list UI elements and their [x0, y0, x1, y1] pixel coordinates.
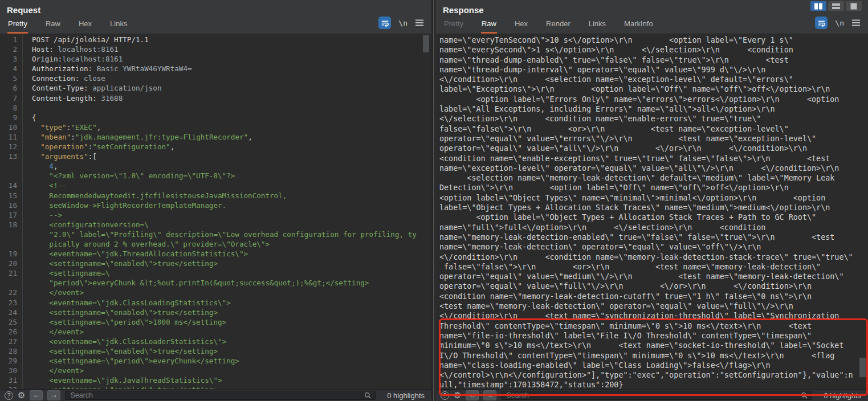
request-code-row: 8	[0, 103, 431, 113]
request-search-field	[65, 391, 376, 400]
search-icon	[364, 392, 372, 399]
request-code-row: 11 "mbean":"jdk.management.jfr:type=Flig…	[0, 132, 431, 142]
response-code-row: name=\"everyTenSecond\">10 s<\/option>\r…	[439, 35, 868, 45]
request-code-row: 28 <settingname=\"enabled\">true</settin…	[0, 346, 431, 356]
request-code-row: 3Origin:localhost:8161	[0, 54, 431, 64]
next-match-button[interactable]: →	[483, 390, 496, 400]
request-header-icons: \n	[378, 17, 424, 29]
request-code-row: 16 seeWindow->FlightRecorderTemplateMana…	[0, 200, 431, 210]
request-code-row: 20 <settingname=\"enabled\">true</settin…	[0, 259, 431, 268]
response-code-row: name=\"everySecond\">1 s<\/option>\r\n <…	[439, 45, 868, 55]
response-code-row: <\/selection>\r\n <condition name=\"enab…	[439, 114, 868, 124]
response-code-row: <selection name=\"memory-leak-detection\…	[439, 173, 868, 183]
request-code-row: 2Host: localhost:8161	[0, 44, 431, 54]
request-code-row: 12 "operation":"setConfiguration",	[0, 142, 431, 152]
request-code-row: 9{	[0, 113, 431, 122]
request-code-row: "2.0\" label=\"Profiling\" description=\…	[0, 230, 431, 239]
response-code-row: name=\"thread-dump-enabled\" true=\"fals…	[439, 55, 868, 65]
response-search-field	[501, 391, 812, 400]
layout-single-icon[interactable]	[846, 1, 862, 11]
request-code-row: 24 <settingname=\"enabled\">true</settin…	[0, 308, 431, 317]
request-code-row: 22 </event>	[0, 288, 431, 297]
tab-raw[interactable]: Raw	[45, 17, 61, 34]
wrap-lines-icon[interactable]	[378, 17, 391, 29]
request-code-row: 1POST /api/jolokia/ HTTP/1.1	[0, 35, 431, 44]
response-code-row: label=\"All Exceptions, including Errors…	[439, 104, 868, 114]
prev-match-button[interactable]: ←	[30, 390, 43, 400]
request-code-row: 17 -->	[0, 210, 431, 220]
response-code-row: I\/O Threshold\" contentType=\"timespan\…	[439, 351, 868, 361]
response-scrollbar-thumb[interactable]	[859, 358, 866, 377]
request-code-row: 14 <!--	[0, 181, 431, 190]
request-code-row: 26 </event>	[0, 327, 431, 337]
layout-buttons	[810, 1, 862, 11]
request-scrollbar-thumb[interactable]	[423, 35, 429, 52]
response-code-row: <\/condition>\r\n <text name=\"synchroni…	[439, 311, 868, 321]
help-icon[interactable]: ?	[5, 391, 13, 400]
request-code-row: 29 <settingname=\"period\">everyChunk</s…	[0, 356, 431, 366]
response-findbar: ? ⚙ ← → 0 highlights	[436, 389, 868, 401]
prev-match-button[interactable]: ←	[466, 390, 479, 400]
request-code-row: 27 <eventname=\"jdk.ClassLoaderStatistic…	[0, 337, 431, 346]
response-code-row: <\/condition>\r\n <condition name=\"memo…	[439, 252, 868, 262]
request-code-row: 23 <eventname=\"jdk.ClassLoadingStatisti…	[0, 298, 431, 308]
tab-markinfo[interactable]: MarkInfo	[624, 17, 654, 34]
next-match-button[interactable]: →	[47, 390, 60, 400]
request-code-row: 18 <configurationversion=\	[0, 220, 431, 230]
menu-icon[interactable]	[415, 19, 424, 26]
response-code-row: label=\"Object Types + Allocation Stack …	[439, 203, 868, 212]
response-code-row: name=\"memory-leak-detection\" operator=…	[439, 242, 868, 252]
response-code-row: operator=\"equal\" value=\"medium\"\/>\r…	[439, 272, 868, 281]
request-code-row: "period\">everyChunk &lt;%out.printIn(&q…	[0, 278, 431, 288]
wrap-lines-icon[interactable]	[815, 17, 828, 29]
response-code-row: Threshold\" contentType=\"timespan\" min…	[439, 321, 868, 331]
tab-raw[interactable]: Raw	[481, 17, 497, 34]
request-code-row: 7Content-Length: 31688	[0, 93, 431, 103]
request-code-row: 21 <settingname=\	[0, 268, 431, 278]
response-code-row: <test name=\"memory-leak-detection\" ope…	[439, 301, 868, 311]
response-editor: name=\"everyTenSecond\">10 s<\/option>\r…	[436, 34, 868, 390]
request-code-row: 31 <eventname=\"jdk.JavaThreadStatistics…	[0, 375, 431, 385]
response-code-row: minimum=\"0 s\">10 ms<\/text>\r\n <text …	[439, 341, 868, 350]
tab-links[interactable]: Links	[109, 17, 128, 34]
response-code-row: name=\"file-io-threshold\" label=\"File …	[439, 331, 868, 341]
request-findbar: ? ⚙ ← → 0 highlights	[0, 389, 431, 401]
tab-pretty[interactable]: Pretty	[443, 17, 464, 34]
response-code-row: name=\"exception-level\" operator=\"equa…	[439, 163, 868, 173]
request-highlights-count: 0 highlights	[380, 391, 427, 400]
help-icon[interactable]: ?	[441, 391, 449, 400]
response-code-row: operator=\"equal\" value=\"errors\"\/>\r…	[439, 134, 868, 144]
tab-hex[interactable]: Hex	[514, 17, 528, 34]
response-code-row: <condition name=\"enable-exceptions\" tr…	[439, 154, 868, 163]
layout-rows-icon[interactable]	[828, 1, 844, 11]
response-code-row: <option label=\"Object Types + Allocatio…	[439, 212, 868, 222]
tab-pretty[interactable]: Pretty	[7, 17, 28, 34]
request-code-row: 19 <eventname=\"jdk.ThreadAllocationStat…	[0, 249, 431, 259]
response-code-row: ull,"timestamp":1701358472,"status":200}	[439, 380, 868, 390]
tab-render[interactable]: Render	[545, 17, 571, 34]
panel-divider[interactable]	[431, 0, 436, 401]
gear-icon[interactable]: ⚙	[454, 391, 461, 400]
request-editor[interactable]: 1POST /api/jolokia/ HTTP/1.12Host: local…	[0, 34, 431, 390]
response-code-row: <\/condition>\r\n <selection name=\"exce…	[439, 75, 868, 84]
response-code-row: name=\"full\">full<\/option>\r\n <\/sele…	[439, 223, 868, 232]
newline-toggle-icon[interactable]: \n	[835, 19, 844, 27]
response-search-input[interactable]	[505, 391, 801, 400]
gear-icon[interactable]: ⚙	[18, 391, 25, 400]
request-search-input[interactable]	[69, 391, 364, 400]
request-code-row: pically around 2 % overhead.\" provider=…	[0, 239, 431, 249]
request-title: Request	[7, 5, 40, 15]
response-code-row: label=\"Exceptions\">\r\n <option label=…	[439, 84, 868, 94]
response-code-row: Detection\">\r\n <option label=\"Off\" n…	[439, 183, 868, 193]
tab-hex[interactable]: Hex	[78, 17, 92, 34]
response-highlights-count: 0 highlights	[817, 391, 863, 400]
request-code-row: 25 <settingname=\"period\">1000 ms</sett…	[0, 317, 431, 327]
newline-toggle-icon[interactable]: \n	[398, 19, 407, 27]
menu-icon[interactable]	[851, 19, 861, 26]
tab-links[interactable]: Links	[588, 17, 606, 34]
response-tabs: PrettyRawHexRenderLinksMarkInfo	[443, 17, 654, 34]
layout-columns-icon[interactable]	[810, 1, 826, 11]
response-code-row: <condition name=\"memory-leak-detection-…	[439, 292, 868, 301]
response-code-row: false=\"false\">\r\n <or>\r\n <test name…	[439, 124, 868, 134]
request-code: 1POST /api/jolokia/ HTTP/1.12Host: local…	[0, 34, 431, 390]
